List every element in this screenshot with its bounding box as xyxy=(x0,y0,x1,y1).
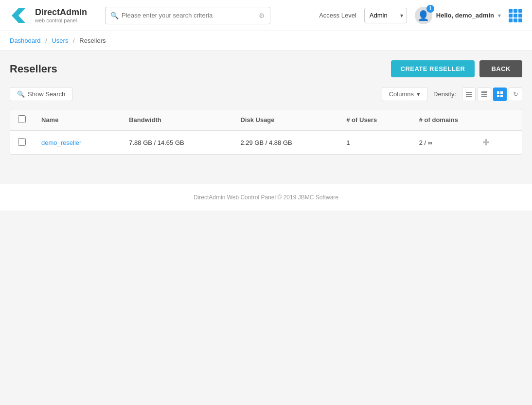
resellers-table-container: Name Bandwidth Disk Usage # of Users # o… xyxy=(10,109,522,155)
search-input[interactable] xyxy=(122,12,259,19)
row-num-domains: 2 / ∞ ✚ xyxy=(411,131,497,154)
main-content: Resellers CREATE RESELLER BACK 🔍 Show Se… xyxy=(0,51,532,164)
logo-title: DirectAdmin xyxy=(35,7,87,18)
select-all-checkbox[interactable] xyxy=(18,115,26,123)
breadcrumb: Dashboard / Users / Resellers xyxy=(0,31,532,51)
breadcrumb-users[interactable]: Users xyxy=(52,37,68,44)
col-num-users: # of Users xyxy=(338,109,411,131)
svg-rect-10 xyxy=(500,95,503,97)
search-bar: 🔍 ⚙ xyxy=(105,7,270,24)
density-icons: ↻ xyxy=(462,88,522,101)
col-bandwidth: Bandwidth xyxy=(121,109,232,131)
table-header-row: Name Bandwidth Disk Usage # of Users # o… xyxy=(10,109,522,131)
row-checkbox-cell xyxy=(10,131,34,154)
access-level-label: Access Level xyxy=(319,12,356,19)
svg-marker-0 xyxy=(12,8,25,23)
row-name: demo_reseller xyxy=(34,131,121,154)
columns-button[interactable]: Columns ▾ xyxy=(382,87,427,101)
svg-rect-6 xyxy=(481,96,487,97)
svg-rect-2 xyxy=(466,94,472,95)
footer-text: DirectAdmin Web Control Panel © 2019 JBM… xyxy=(194,194,338,201)
toolbar: 🔍 Show Search Columns ▾ Density: ↻ xyxy=(10,87,522,101)
row-disk-usage: 2.29 GB / 4.88 GB xyxy=(232,131,338,154)
avatar: 👤 1 xyxy=(415,7,432,24)
col-disk-usage: Disk Usage xyxy=(232,109,338,131)
svg-rect-5 xyxy=(481,94,487,95)
resellers-table: Name Bandwidth Disk Usage # of Users # o… xyxy=(10,109,522,154)
page-actions: CREATE RESELLER BACK xyxy=(391,60,523,77)
search-icon: 🔍 xyxy=(110,12,119,19)
add-row-button[interactable]: ✚ xyxy=(482,138,490,147)
breadcrumb-separator-2: / xyxy=(73,37,75,44)
toolbar-right: Columns ▾ Density: ↻ xyxy=(382,87,522,101)
settings-icon[interactable]: ⚙ xyxy=(259,12,265,19)
table-row: demo_reseller 7.88 GB / 14.65 GB 2.29 GB… xyxy=(10,131,522,154)
columns-label: Columns xyxy=(389,90,414,98)
col-num-domains: # of domains xyxy=(411,109,497,131)
apps-grid-icon[interactable] xyxy=(509,9,522,22)
row-num-users: 1 xyxy=(338,131,411,154)
back-button[interactable]: BACK xyxy=(479,60,522,77)
breadcrumb-current: Resellers xyxy=(79,37,106,44)
density-normal-button[interactable] xyxy=(478,88,491,101)
svg-rect-8 xyxy=(500,91,503,94)
breadcrumb-separator-1: / xyxy=(45,37,47,44)
reseller-name-link[interactable]: demo_reseller xyxy=(41,139,81,146)
username: demo_admin xyxy=(455,12,494,19)
svg-rect-7 xyxy=(497,91,499,94)
svg-rect-1 xyxy=(466,92,472,93)
density-compact-button[interactable] xyxy=(462,88,476,101)
row-bandwidth: 7.88 GB / 14.65 GB xyxy=(121,131,232,154)
create-reseller-button[interactable]: CREATE RESELLER xyxy=(391,60,475,77)
col-name: Name xyxy=(34,109,121,131)
notification-badge: 1 xyxy=(426,5,434,13)
hello-text: Hello, demo_admin xyxy=(436,12,494,19)
page-title: Resellers xyxy=(10,63,57,75)
page-header: Resellers CREATE RESELLER BACK xyxy=(10,60,522,77)
search-icon-small: 🔍 xyxy=(17,90,25,98)
row-checkbox[interactable] xyxy=(18,138,26,146)
col-actions xyxy=(497,109,522,131)
refresh-button[interactable]: ↻ xyxy=(509,88,522,101)
show-search-label: Show Search xyxy=(28,90,65,98)
chevron-down-icon: ▾ xyxy=(498,12,501,19)
footer: DirectAdmin Web Control Panel © 2019 JBM… xyxy=(0,184,532,211)
col-checkbox xyxy=(10,109,34,131)
logo-area: DirectAdmin web control panel xyxy=(10,5,97,26)
avatar-area[interactable]: 👤 1 Hello, demo_admin ▾ xyxy=(415,7,501,24)
chevron-down-icon: ▾ xyxy=(417,90,420,98)
show-search-button[interactable]: 🔍 Show Search xyxy=(10,87,72,101)
density-comfortable-button[interactable] xyxy=(493,88,507,101)
svg-rect-3 xyxy=(466,96,472,97)
logo-subtitle: web control panel xyxy=(35,18,87,23)
logo-icon xyxy=(10,5,30,26)
breadcrumb-dashboard[interactable]: Dashboard xyxy=(10,37,41,44)
header-right: Access Level Admin Reseller User 👤 1 Hel… xyxy=(319,7,522,24)
access-level-select[interactable]: Admin Reseller User xyxy=(364,8,407,23)
access-level-wrapper[interactable]: Admin Reseller User xyxy=(364,8,407,23)
svg-rect-9 xyxy=(497,95,499,97)
density-label: Density: xyxy=(433,90,456,98)
svg-rect-4 xyxy=(481,91,487,93)
